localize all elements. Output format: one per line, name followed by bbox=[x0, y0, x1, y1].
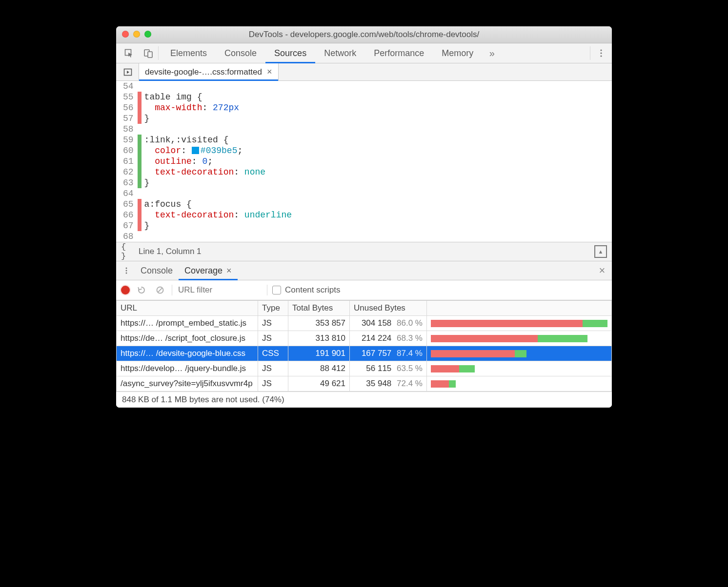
close-drawer-icon[interactable]: × bbox=[592, 261, 612, 280]
close-window-button[interactable] bbox=[122, 31, 129, 38]
table-row[interactable]: https://… /devsite-google-blue.cssCSS191… bbox=[117, 346, 612, 361]
close-icon[interactable]: × bbox=[267, 67, 272, 77]
cell-total: 49 621 bbox=[288, 376, 350, 391]
traffic-lights bbox=[122, 31, 151, 38]
col-bar[interactable] bbox=[427, 301, 612, 316]
cell-type: JS bbox=[258, 361, 288, 376]
cell-url: https://… /devsite-google-blue.css bbox=[117, 346, 258, 361]
tab-performance[interactable]: Performance bbox=[365, 43, 433, 63]
more-tabs-icon[interactable]: » bbox=[482, 43, 502, 63]
cell-bar bbox=[427, 346, 612, 361]
svg-point-8 bbox=[126, 270, 127, 272]
drawer-tab-coverage[interactable]: Coverage× bbox=[179, 261, 238, 280]
cell-url: https://develop… /jquery-bundle.js bbox=[117, 361, 258, 376]
cell-bar bbox=[427, 376, 612, 391]
device-toolbar-icon[interactable] bbox=[139, 43, 158, 63]
editor-status-bar: { } Line 1, Column 1 bbox=[116, 242, 612, 261]
table-row[interactable]: /async_survey?site=ylj5ifxusvvmr4pJS49 6… bbox=[117, 376, 612, 391]
zoom-window-button[interactable] bbox=[144, 31, 151, 38]
cell-unused: 167 757 87.4 % bbox=[350, 346, 427, 361]
window-title: DevTools - developers.google.com/web/too… bbox=[116, 30, 612, 39]
file-tab[interactable]: devsite-google-….css:formatted × bbox=[139, 63, 279, 80]
table-row[interactable]: https://… /prompt_embed_static.jsJS353 8… bbox=[117, 316, 612, 331]
tab-elements[interactable]: Elements bbox=[162, 43, 216, 63]
coverage-table: URL Type Total Bytes Unused Bytes https:… bbox=[116, 300, 612, 391]
cell-type: JS bbox=[258, 376, 288, 391]
url-filter-input[interactable] bbox=[177, 285, 262, 295]
tab-memory[interactable]: Memory bbox=[433, 43, 482, 63]
table-row[interactable]: https://de… /script_foot_closure.jsJS313… bbox=[117, 331, 612, 346]
tab-network[interactable]: Network bbox=[315, 43, 365, 63]
cell-type: JS bbox=[258, 331, 288, 346]
minimize-window-button[interactable] bbox=[133, 31, 140, 38]
cell-total: 313 810 bbox=[288, 331, 350, 346]
svg-rect-2 bbox=[148, 52, 152, 58]
table-header-row: URL Type Total Bytes Unused Bytes bbox=[117, 301, 612, 316]
col-unused[interactable]: Unused Bytes bbox=[350, 301, 427, 316]
cell-unused: 304 158 86.0 % bbox=[350, 316, 427, 331]
code-editor[interactable]: 545556575859606162636465666768 table img… bbox=[116, 81, 612, 242]
window-titlebar: DevTools - developers.google.com/web/too… bbox=[116, 26, 612, 43]
record-button[interactable] bbox=[121, 286, 130, 294]
navigator-toggle-icon[interactable] bbox=[119, 63, 137, 80]
reload-icon[interactable] bbox=[135, 286, 148, 294]
coverage-gutter bbox=[138, 81, 142, 242]
main-toolbar: ElementsConsoleSourcesNetworkPerformance… bbox=[116, 43, 612, 63]
cell-unused: 214 224 68.3 % bbox=[350, 331, 427, 346]
svg-line-11 bbox=[158, 288, 162, 293]
cell-type: JS bbox=[258, 316, 288, 331]
coverage-toolbar: Content scripts bbox=[116, 280, 612, 300]
cell-url: /async_survey?site=ylj5ifxusvvmr4p bbox=[117, 376, 258, 391]
cell-url: https://… /prompt_embed_static.js bbox=[117, 316, 258, 331]
cell-type: CSS bbox=[258, 346, 288, 361]
col-url[interactable]: URL bbox=[117, 301, 258, 316]
tab-sources[interactable]: Sources bbox=[265, 43, 315, 63]
file-tab-label: devsite-google-….css:formatted bbox=[145, 67, 262, 77]
drawer-tabs-bar: ConsoleCoverage× × bbox=[116, 261, 612, 280]
drawer-kebab-icon[interactable] bbox=[118, 261, 135, 280]
cell-total: 353 857 bbox=[288, 316, 350, 331]
table-row[interactable]: https://develop… /jquery-bundle.jsJS88 4… bbox=[117, 361, 612, 376]
svg-point-7 bbox=[126, 268, 127, 269]
col-total[interactable]: Total Bytes bbox=[288, 301, 350, 316]
cell-bar bbox=[427, 361, 612, 376]
cell-url: https://de… /script_foot_closure.js bbox=[117, 331, 258, 346]
file-tabs-bar: devsite-google-….css:formatted × bbox=[116, 63, 612, 81]
kebab-menu-icon[interactable] bbox=[590, 43, 612, 63]
close-icon[interactable]: × bbox=[226, 266, 232, 276]
clear-icon[interactable] bbox=[153, 286, 167, 294]
cell-bar bbox=[427, 331, 612, 346]
content-scripts-checkbox[interactable]: Content scripts bbox=[272, 285, 340, 295]
svg-point-3 bbox=[600, 49, 602, 51]
devtools-window: DevTools - developers.google.com/web/too… bbox=[116, 26, 612, 408]
content-scripts-label: Content scripts bbox=[285, 285, 340, 295]
checkbox-icon[interactable] bbox=[272, 286, 281, 294]
cell-total: 191 901 bbox=[288, 346, 350, 361]
drawer-tab-console[interactable]: Console bbox=[135, 261, 179, 280]
pretty-print-icon[interactable]: { } bbox=[121, 242, 136, 261]
cell-bar bbox=[427, 316, 612, 331]
cell-unused: 35 948 72.4 % bbox=[350, 376, 427, 391]
cell-unused: 56 115 63.5 % bbox=[350, 361, 427, 376]
svg-point-4 bbox=[600, 52, 602, 54]
coverage-footer: 848 KB of 1.1 MB bytes are not used. (74… bbox=[116, 391, 612, 408]
code-content: table img { max-width: 272px}:link,:visi… bbox=[142, 81, 292, 242]
line-gutter: 545556575859606162636465666768 bbox=[116, 81, 138, 242]
show-sidebar-icon[interactable] bbox=[594, 245, 607, 258]
svg-point-5 bbox=[600, 55, 602, 57]
col-type[interactable]: Type bbox=[258, 301, 288, 316]
cell-total: 88 412 bbox=[288, 361, 350, 376]
svg-point-9 bbox=[126, 273, 127, 274]
cursor-position: Line 1, Column 1 bbox=[139, 247, 202, 256]
inspect-icon[interactable] bbox=[119, 43, 139, 63]
tab-console[interactable]: Console bbox=[216, 43, 265, 63]
